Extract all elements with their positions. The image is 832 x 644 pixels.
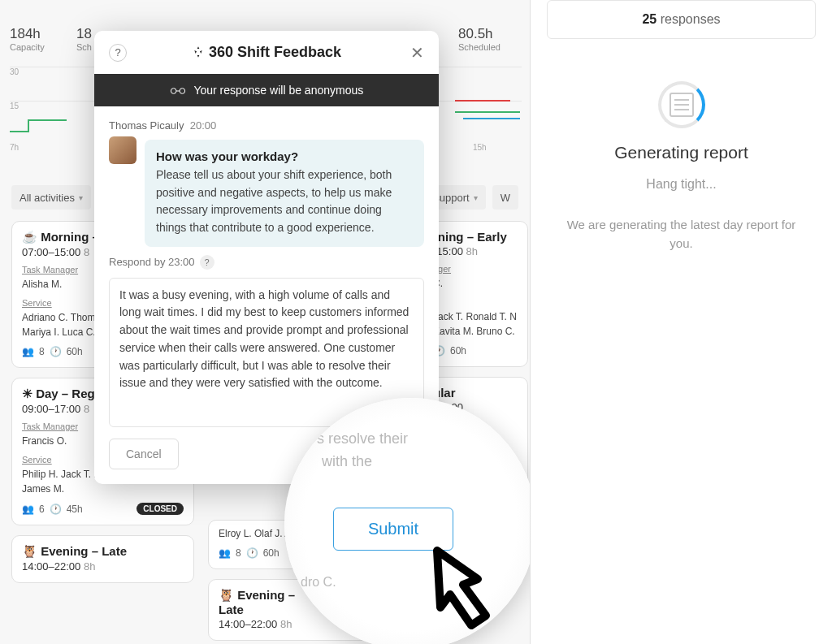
lens-faint-text: s resolve their (317, 430, 408, 447)
help-icon[interactable]: ? (109, 44, 127, 62)
chevron-down-icon: ▾ (79, 193, 83, 202)
svg-point-0 (171, 89, 176, 94)
zoom-lens: s resolve their with the Submit dro C. (284, 398, 536, 644)
x-tick: 7h (10, 143, 19, 152)
clock-icon: 🕐 (246, 547, 258, 559)
glasses-icon (170, 86, 186, 96)
stat-scheduled: 80.5h Scheduled (458, 26, 500, 52)
author-time: 20:00 (190, 119, 217, 132)
anonymous-banner: Your response will be anonymous (94, 74, 439, 106)
filter-w[interactable]: W (492, 185, 518, 210)
recycle-icon (192, 45, 205, 58)
response-count-box: 25 responses (547, 0, 816, 39)
generating-title: Generating report (547, 143, 816, 162)
shift-card-evening[interactable]: 🦉 Evening – Late 14:00–22:00 8h (11, 535, 194, 583)
clock-icon: 🕐 (50, 346, 62, 357)
y-tick: 15 (10, 102, 19, 110)
help-icon[interactable]: ? (200, 255, 214, 270)
filter-activities[interactable]: All activities▾ (11, 185, 91, 210)
cursor-hand-icon (405, 534, 526, 644)
report-panel: 25 responses Generating report Hang tigh… (530, 0, 832, 644)
people-icon: 👥 (22, 504, 34, 515)
conversation: Thomas Picauly 20:00 How was your workda… (94, 106, 439, 255)
avatar (109, 136, 136, 164)
status-badge-closed: CLOSED (136, 503, 184, 515)
stat-scheduled-partial: 18 Sch (76, 26, 92, 52)
cancel-button[interactable]: Cancel (109, 439, 179, 469)
generating-description: We are generating the latest day report … (547, 216, 816, 253)
lens-faint-text: with the (322, 453, 372, 470)
clock-icon: 🕐 (50, 504, 62, 515)
modal-title: 360 Shift Feedback (192, 44, 341, 61)
x-tick: 15h (473, 143, 487, 152)
author-name: Thomas Picauly (109, 119, 184, 132)
people-icon: 👥 (22, 346, 34, 357)
people-icon: 👥 (219, 547, 231, 559)
question-bubble: How was your workday? Please tell us abo… (145, 140, 424, 247)
lens-bg-text: dro C. (301, 575, 336, 590)
close-icon[interactable]: ✕ (410, 43, 424, 63)
y-tick: 30 (10, 67, 19, 76)
stat-capacity: 184h Capacity (10, 26, 45, 52)
svg-point-1 (180, 89, 185, 94)
loading-spinner-icon (658, 81, 705, 128)
respond-by-row: Respond by 23:00 ? (94, 255, 439, 270)
schedule-background: 184h Capacity 18 Sch 80.5h Scheduled 30 … (0, 0, 530, 644)
chevron-down-icon: ▾ (474, 193, 478, 202)
generating-subtitle: Hang tight... (547, 177, 816, 192)
